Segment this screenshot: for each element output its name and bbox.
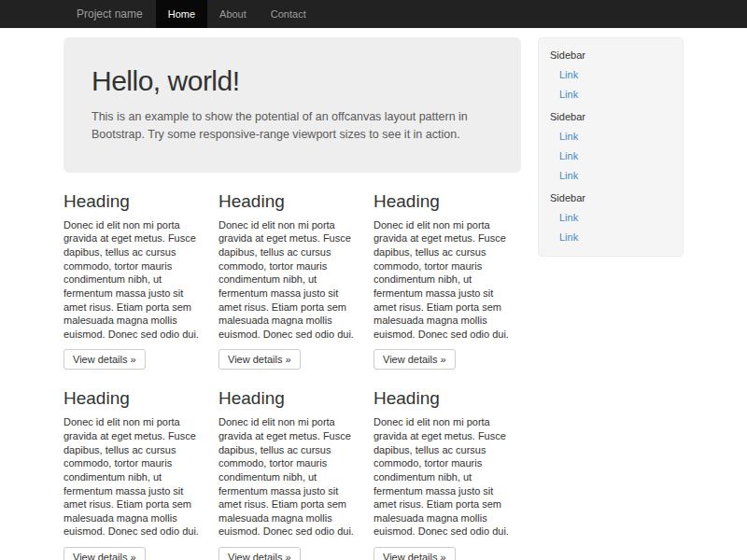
sidebar-link[interactable]: Link xyxy=(559,170,671,181)
sidebar-group: SidebarLinkLink xyxy=(550,192,671,243)
main-content: Hello, world! This is an example to show… xyxy=(63,37,521,560)
sidebar-link[interactable]: Link xyxy=(559,231,671,243)
content-row: Hello, world! This is an example to show… xyxy=(63,37,684,560)
card-row: HeadingDonec id elit non mi porta gravid… xyxy=(63,379,521,560)
card: HeadingDonec id elit non mi porta gravid… xyxy=(218,379,366,560)
nav-item-home[interactable]: Home xyxy=(156,0,207,28)
jumbotron-text: This is an example to show the potential… xyxy=(92,108,484,145)
nav-item-about[interactable]: About xyxy=(207,0,259,28)
navbar-brand[interactable]: Project name xyxy=(63,0,156,28)
view-details-button[interactable]: View details » xyxy=(374,349,456,370)
nav-item-contact[interactable]: Contact xyxy=(259,0,318,28)
page-title: Hello, world! xyxy=(92,65,493,97)
card-heading: Heading xyxy=(374,388,515,409)
card: HeadingDonec id elit non mi porta gravid… xyxy=(63,182,211,371)
card: HeadingDonec id elit non mi porta gravid… xyxy=(374,182,521,371)
card-row: HeadingDonec id elit non mi porta gravid… xyxy=(63,182,521,371)
sidebar-group-title: Sidebar xyxy=(550,192,671,203)
sidebar-group-title: Sidebar xyxy=(550,111,671,122)
sidebar-groups: SidebarLinkLinkSidebarLinkLinkLinkSideba… xyxy=(550,49,671,243)
card-body-text: Donec id elit non mi porta gravida at eg… xyxy=(218,218,360,342)
card-body-text: Donec id elit non mi porta gravida at eg… xyxy=(374,415,515,539)
card-body-text: Donec id elit non mi porta gravida at eg… xyxy=(63,218,205,342)
sidebar-link[interactable]: Link xyxy=(559,69,671,80)
view-details-button[interactable]: View details » xyxy=(63,547,146,560)
page: Project name HomeAboutContact Hello, wor… xyxy=(0,0,747,560)
cards-grid: HeadingDonec id elit non mi porta gravid… xyxy=(63,182,521,560)
sidebar-link[interactable]: Link xyxy=(559,89,671,100)
sidebar-group: SidebarLinkLink xyxy=(550,49,671,100)
card: HeadingDonec id elit non mi porta gravid… xyxy=(63,379,211,560)
jumbotron: Hello, world! This is an example to show… xyxy=(63,37,521,173)
sidebar-link[interactable]: Link xyxy=(559,212,671,223)
sidebar-group-title: Sidebar xyxy=(550,49,671,61)
view-details-button[interactable]: View details » xyxy=(218,349,301,370)
card-heading: Heading xyxy=(218,388,360,409)
navbar-menu: HomeAboutContact xyxy=(156,0,318,28)
navbar: Project name HomeAboutContact xyxy=(0,0,747,28)
card-body-text: Donec id elit non mi porta gravida at eg… xyxy=(63,415,205,539)
sidebar-link[interactable]: Link xyxy=(559,150,671,161)
card: HeadingDonec id elit non mi porta gravid… xyxy=(374,379,521,560)
card-heading: Heading xyxy=(63,388,205,409)
card-body-text: Donec id elit non mi porta gravida at eg… xyxy=(218,415,360,539)
view-details-button[interactable]: View details » xyxy=(63,349,146,370)
card-heading: Heading xyxy=(218,191,360,212)
sidebar-link[interactable]: Link xyxy=(559,131,671,142)
view-details-button[interactable]: View details » xyxy=(218,547,301,560)
card-heading: Heading xyxy=(374,191,515,212)
card-body-text: Donec id elit non mi porta gravida at eg… xyxy=(374,218,515,342)
view-details-button[interactable]: View details » xyxy=(374,547,456,560)
card: HeadingDonec id elit non mi porta gravid… xyxy=(218,182,366,371)
sidebar: SidebarLinkLinkSidebarLinkLinkLinkSideba… xyxy=(538,37,684,257)
card-heading: Heading xyxy=(63,191,205,212)
sidebar-group: SidebarLinkLinkLink xyxy=(550,111,671,181)
